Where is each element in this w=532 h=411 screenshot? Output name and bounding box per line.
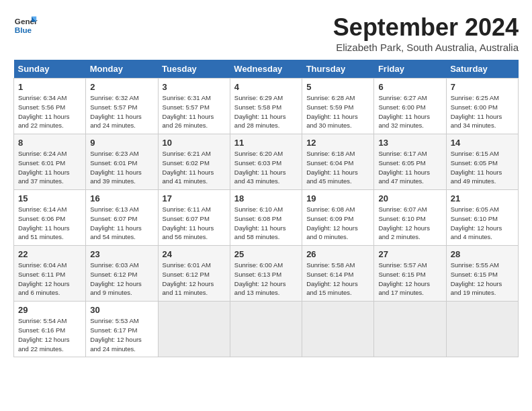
day-info: Sunrise: 5:53 AM Sunset: 6:17 PM Dayligh… [90,316,153,353]
day-number: 7 [451,82,514,92]
day-info: Sunrise: 6:08 AM Sunset: 6:09 PM Dayligh… [306,205,369,242]
day-cell: 21Sunrise: 6:05 AM Sunset: 6:10 PM Dayli… [446,190,518,246]
days-of-week-row: SundayMondayTuesdayWednesdayThursdayFrid… [14,60,519,79]
day-cell: 28Sunrise: 5:55 AM Sunset: 6:15 PM Dayli… [446,246,518,302]
dow-friday: Friday [374,60,446,79]
dow-thursday: Thursday [302,60,374,79]
day-number: 4 [234,82,298,92]
day-cell: 23Sunrise: 6:03 AM Sunset: 6:12 PM Dayli… [86,246,158,302]
header: General Blue September 2024 Elizabeth Pa… [13,13,519,53]
day-info: Sunrise: 6:21 AM Sunset: 6:02 PM Dayligh… [163,149,226,186]
day-info: Sunrise: 6:29 AM Sunset: 5:58 PM Dayligh… [234,93,298,130]
day-number: 20 [378,193,441,203]
day-number: 27 [378,249,441,259]
day-cell: 10Sunrise: 6:21 AM Sunset: 6:02 PM Dayli… [158,134,230,190]
dow-monday: Monday [86,60,158,79]
day-cell: 2Sunrise: 6:32 AM Sunset: 5:57 PM Daylig… [86,79,158,134]
day-cell: 4Sunrise: 6:29 AM Sunset: 5:58 PM Daylig… [230,79,302,134]
day-number: 21 [451,193,514,203]
day-number: 13 [378,138,441,148]
day-info: Sunrise: 6:15 AM Sunset: 6:05 PM Dayligh… [451,149,514,186]
day-info: Sunrise: 5:54 AM Sunset: 6:16 PM Dayligh… [18,316,81,353]
day-number: 19 [306,193,369,203]
day-info: Sunrise: 6:13 AM Sunset: 6:07 PM Dayligh… [90,205,153,242]
day-cell: 15Sunrise: 6:14 AM Sunset: 6:06 PM Dayli… [14,190,86,246]
day-cell: 19Sunrise: 6:08 AM Sunset: 6:09 PM Dayli… [302,190,374,246]
day-number: 11 [234,138,298,148]
day-cell: 24Sunrise: 6:01 AM Sunset: 6:12 PM Dayli… [158,246,230,302]
week-row-3: 15Sunrise: 6:14 AM Sunset: 6:06 PM Dayli… [14,190,519,246]
day-cell: 12Sunrise: 6:18 AM Sunset: 6:04 PM Dayli… [302,134,374,190]
day-info: Sunrise: 5:58 AM Sunset: 6:14 PM Dayligh… [306,261,369,298]
day-info: Sunrise: 6:34 AM Sunset: 5:56 PM Dayligh… [18,93,81,130]
day-info: Sunrise: 5:57 AM Sunset: 6:15 PM Dayligh… [378,261,441,298]
day-number: 3 [163,82,226,92]
day-number: 29 [18,305,81,315]
month-title: September 2024 [333,13,519,42]
day-cell: 14Sunrise: 6:15 AM Sunset: 6:05 PM Dayli… [446,134,518,190]
day-cell: 20Sunrise: 6:07 AM Sunset: 6:10 PM Dayli… [374,190,446,246]
week-row-2: 8Sunrise: 6:24 AM Sunset: 6:01 PM Daylig… [14,134,519,190]
day-cell: 13Sunrise: 6:17 AM Sunset: 6:05 PM Dayli… [374,134,446,190]
day-cell: 6Sunrise: 6:27 AM Sunset: 6:00 PM Daylig… [374,79,446,134]
day-number: 28 [451,249,514,259]
day-cell: 30Sunrise: 5:53 AM Sunset: 6:17 PM Dayli… [86,302,158,357]
dow-saturday: Saturday [446,60,518,79]
day-info: Sunrise: 6:01 AM Sunset: 6:12 PM Dayligh… [163,261,226,298]
day-cell [374,302,446,357]
day-cell: 7Sunrise: 6:25 AM Sunset: 6:00 PM Daylig… [446,79,518,134]
day-cell [446,302,518,357]
week-row-1: 1Sunrise: 6:34 AM Sunset: 5:56 PM Daylig… [14,79,519,134]
day-cell [158,302,230,357]
location: Elizabeth Park, South Australia, Austral… [333,42,519,53]
day-cell: 22Sunrise: 6:04 AM Sunset: 6:11 PM Dayli… [14,246,86,302]
day-number: 24 [163,249,226,259]
day-info: Sunrise: 6:32 AM Sunset: 5:57 PM Dayligh… [90,93,153,130]
day-info: Sunrise: 6:10 AM Sunset: 6:08 PM Dayligh… [234,205,298,242]
day-number: 18 [234,193,298,203]
day-cell: 26Sunrise: 5:58 AM Sunset: 6:14 PM Dayli… [302,246,374,302]
dow-tuesday: Tuesday [158,60,230,79]
day-info: Sunrise: 6:11 AM Sunset: 6:07 PM Dayligh… [163,205,226,242]
day-cell: 18Sunrise: 6:10 AM Sunset: 6:08 PM Dayli… [230,190,302,246]
day-info: Sunrise: 6:28 AM Sunset: 5:59 PM Dayligh… [306,93,369,130]
title-area: September 2024 Elizabeth Park, South Aus… [333,13,519,53]
day-number: 2 [90,82,153,92]
day-cell: 3Sunrise: 6:31 AM Sunset: 5:57 PM Daylig… [158,79,230,134]
day-cell [230,302,302,357]
day-cell: 9Sunrise: 6:23 AM Sunset: 6:01 PM Daylig… [86,134,158,190]
day-number: 25 [234,249,298,259]
dow-sunday: Sunday [14,60,86,79]
day-number: 14 [451,138,514,148]
day-number: 1 [18,82,81,92]
day-info: Sunrise: 6:31 AM Sunset: 5:57 PM Dayligh… [163,93,226,130]
day-number: 17 [163,193,226,203]
logo-icon: General Blue [13,13,38,38]
day-info: Sunrise: 6:05 AM Sunset: 6:10 PM Dayligh… [451,205,514,242]
day-cell: 1Sunrise: 6:34 AM Sunset: 5:56 PM Daylig… [14,79,86,134]
svg-text:Blue: Blue [15,26,32,34]
day-cell: 8Sunrise: 6:24 AM Sunset: 6:01 PM Daylig… [14,134,86,190]
day-number: 30 [90,305,153,315]
logo: General Blue [13,13,38,38]
day-number: 10 [163,138,226,148]
day-info: Sunrise: 6:00 AM Sunset: 6:13 PM Dayligh… [234,261,298,298]
day-info: Sunrise: 6:18 AM Sunset: 6:04 PM Dayligh… [306,149,369,186]
day-info: Sunrise: 6:04 AM Sunset: 6:11 PM Dayligh… [18,261,81,298]
day-cell: 27Sunrise: 5:57 AM Sunset: 6:15 PM Dayli… [374,246,446,302]
day-number: 12 [306,138,369,148]
dow-wednesday: Wednesday [230,60,302,79]
day-cell: 16Sunrise: 6:13 AM Sunset: 6:07 PM Dayli… [86,190,158,246]
day-number: 9 [90,138,153,148]
calendar-table: SundayMondayTuesdayWednesdayThursdayFrid… [13,60,519,357]
day-info: Sunrise: 6:27 AM Sunset: 6:00 PM Dayligh… [378,93,441,130]
calendar-body: 1Sunrise: 6:34 AM Sunset: 5:56 PM Daylig… [14,79,519,357]
day-cell: 11Sunrise: 6:20 AM Sunset: 6:03 PM Dayli… [230,134,302,190]
day-info: Sunrise: 6:03 AM Sunset: 6:12 PM Dayligh… [90,261,153,298]
day-number: 16 [90,193,153,203]
day-number: 15 [18,193,81,203]
day-info: Sunrise: 6:24 AM Sunset: 6:01 PM Dayligh… [18,149,81,186]
day-info: Sunrise: 6:17 AM Sunset: 6:05 PM Dayligh… [378,149,441,186]
day-number: 8 [18,138,81,148]
day-cell [302,302,374,357]
